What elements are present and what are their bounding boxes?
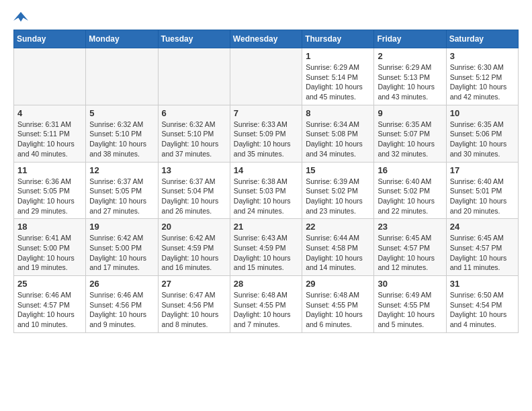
day-info: Sunrise: 6:32 AMSunset: 5:10 PMDaylight:… (162, 120, 226, 159)
day-number: 4 (17, 108, 82, 118)
calendar-cell: 5Sunrise: 6:32 AMSunset: 5:10 PMDaylight… (86, 105, 158, 162)
day-number: 23 (378, 222, 442, 232)
day-number: 10 (450, 108, 515, 118)
calendar-cell: 18Sunrise: 6:41 AMSunset: 5:00 PMDayligh… (14, 219, 86, 276)
week-row-1: 1Sunrise: 6:29 AMSunset: 5:14 PMDaylight… (14, 48, 519, 105)
calendar-cell (86, 48, 158, 105)
day-info: Sunrise: 6:42 AMSunset: 5:00 PMDaylight:… (89, 233, 154, 273)
calendar-cell: 15Sunrise: 6:39 AMSunset: 5:02 PMDayligh… (302, 162, 374, 219)
day-number: 3 (450, 51, 515, 61)
calendar-cell: 8Sunrise: 6:34 AMSunset: 5:08 PMDaylight… (302, 105, 374, 162)
day-number: 30 (378, 279, 442, 289)
svg-marker-0 (13, 12, 28, 22)
day-number: 14 (234, 165, 298, 175)
calendar-table: SundayMondayTuesdayWednesdayThursdayFrid… (13, 30, 519, 333)
day-info: Sunrise: 6:42 AMSunset: 4:59 PMDaylight:… (162, 233, 226, 273)
calendar-cell: 31Sunrise: 6:50 AMSunset: 4:54 PMDayligh… (446, 276, 518, 333)
calendar-cell: 30Sunrise: 6:49 AMSunset: 4:55 PMDayligh… (374, 276, 446, 333)
weekday-header-row: SundayMondayTuesdayWednesdayThursdayFrid… (14, 30, 519, 48)
day-number: 1 (306, 51, 370, 61)
calendar-cell: 11Sunrise: 6:36 AMSunset: 5:05 PMDayligh… (14, 162, 86, 219)
weekday-header-friday: Friday (374, 30, 446, 48)
calendar-cell: 9Sunrise: 6:35 AMSunset: 5:07 PMDaylight… (374, 105, 446, 162)
week-row-2: 4Sunrise: 6:31 AMSunset: 5:11 PMDaylight… (14, 105, 519, 162)
calendar-cell: 26Sunrise: 6:46 AMSunset: 4:56 PMDayligh… (86, 276, 158, 333)
day-info: Sunrise: 6:32 AMSunset: 5:10 PMDaylight:… (89, 120, 154, 159)
calendar-cell: 3Sunrise: 6:30 AMSunset: 5:12 PMDaylight… (446, 48, 518, 105)
calendar-cell: 25Sunrise: 6:46 AMSunset: 4:57 PMDayligh… (14, 276, 86, 333)
calendar-cell: 7Sunrise: 6:33 AMSunset: 5:09 PMDaylight… (230, 105, 302, 162)
calendar-cell: 12Sunrise: 6:37 AMSunset: 5:05 PMDayligh… (86, 162, 158, 219)
day-info: Sunrise: 6:38 AMSunset: 5:03 PMDaylight:… (234, 177, 298, 216)
day-number: 11 (17, 165, 82, 175)
calendar-cell: 16Sunrise: 6:40 AMSunset: 5:02 PMDayligh… (374, 162, 446, 219)
day-number: 2 (378, 51, 442, 61)
week-row-4: 18Sunrise: 6:41 AMSunset: 5:00 PMDayligh… (14, 219, 519, 276)
week-row-5: 25Sunrise: 6:46 AMSunset: 4:57 PMDayligh… (14, 276, 519, 333)
day-number: 27 (162, 279, 226, 289)
weekday-header-sunday: Sunday (14, 30, 86, 48)
day-info: Sunrise: 6:30 AMSunset: 5:12 PMDaylight:… (450, 62, 515, 102)
day-info: Sunrise: 6:36 AMSunset: 5:05 PMDaylight:… (17, 177, 82, 216)
calendar-cell: 28Sunrise: 6:48 AMSunset: 4:55 PMDayligh… (230, 276, 302, 333)
day-info: Sunrise: 6:37 AMSunset: 5:05 PMDaylight:… (89, 177, 154, 216)
calendar-cell: 27Sunrise: 6:47 AMSunset: 4:56 PMDayligh… (158, 276, 230, 333)
logo-bird-icon (13, 11, 28, 23)
day-info: Sunrise: 6:40 AMSunset: 5:01 PMDaylight:… (450, 177, 515, 216)
logo (13, 11, 28, 23)
day-number: 19 (89, 222, 154, 232)
day-info: Sunrise: 6:44 AMSunset: 4:58 PMDaylight:… (306, 233, 370, 273)
day-info: Sunrise: 6:46 AMSunset: 4:56 PMDaylight:… (89, 290, 154, 330)
day-info: Sunrise: 6:29 AMSunset: 5:13 PMDaylight:… (378, 62, 442, 102)
day-number: 21 (234, 222, 298, 232)
page-header (13, 11, 519, 23)
day-info: Sunrise: 6:45 AMSunset: 4:57 PMDaylight:… (378, 233, 442, 273)
day-info: Sunrise: 6:41 AMSunset: 5:00 PMDaylight:… (17, 233, 82, 273)
day-number: 5 (89, 108, 154, 118)
calendar-cell: 2Sunrise: 6:29 AMSunset: 5:13 PMDaylight… (374, 48, 446, 105)
calendar-cell: 20Sunrise: 6:42 AMSunset: 4:59 PMDayligh… (158, 219, 230, 276)
day-number: 26 (89, 279, 154, 289)
weekday-header-saturday: Saturday (446, 30, 518, 48)
calendar-cell: 4Sunrise: 6:31 AMSunset: 5:11 PMDaylight… (14, 105, 86, 162)
day-number: 12 (89, 165, 154, 175)
day-number: 24 (450, 222, 515, 232)
day-info: Sunrise: 6:50 AMSunset: 4:54 PMDaylight:… (450, 290, 515, 330)
day-info: Sunrise: 6:46 AMSunset: 4:57 PMDaylight:… (17, 290, 82, 330)
day-number: 31 (450, 279, 515, 289)
calendar-cell: 21Sunrise: 6:43 AMSunset: 4:59 PMDayligh… (230, 219, 302, 276)
weekday-header-monday: Monday (86, 30, 158, 48)
calendar-cell: 6Sunrise: 6:32 AMSunset: 5:10 PMDaylight… (158, 105, 230, 162)
day-number: 29 (306, 279, 370, 289)
day-number: 28 (234, 279, 298, 289)
day-number: 7 (234, 108, 298, 118)
day-number: 16 (378, 165, 442, 175)
weekday-header-wednesday: Wednesday (230, 30, 302, 48)
weekday-header-thursday: Thursday (302, 30, 374, 48)
day-info: Sunrise: 6:31 AMSunset: 5:11 PMDaylight:… (17, 120, 82, 159)
calendar-cell (230, 48, 302, 105)
day-number: 6 (162, 108, 226, 118)
day-number: 17 (450, 165, 515, 175)
day-number: 20 (162, 222, 226, 232)
calendar-cell (14, 48, 86, 105)
day-number: 9 (378, 108, 442, 118)
day-info: Sunrise: 6:29 AMSunset: 5:14 PMDaylight:… (306, 62, 370, 102)
day-number: 8 (306, 108, 370, 118)
day-number: 25 (17, 279, 82, 289)
day-info: Sunrise: 6:37 AMSunset: 5:04 PMDaylight:… (162, 177, 226, 216)
week-row-3: 11Sunrise: 6:36 AMSunset: 5:05 PMDayligh… (14, 162, 519, 219)
weekday-header-tuesday: Tuesday (158, 30, 230, 48)
day-number: 22 (306, 222, 370, 232)
day-info: Sunrise: 6:34 AMSunset: 5:08 PMDaylight:… (306, 120, 370, 159)
calendar-cell: 19Sunrise: 6:42 AMSunset: 5:00 PMDayligh… (86, 219, 158, 276)
day-number: 15 (306, 165, 370, 175)
day-info: Sunrise: 6:47 AMSunset: 4:56 PMDaylight:… (162, 290, 226, 330)
calendar-cell: 10Sunrise: 6:35 AMSunset: 5:06 PMDayligh… (446, 105, 518, 162)
calendar-cell: 14Sunrise: 6:38 AMSunset: 5:03 PMDayligh… (230, 162, 302, 219)
calendar-cell: 13Sunrise: 6:37 AMSunset: 5:04 PMDayligh… (158, 162, 230, 219)
calendar-cell: 29Sunrise: 6:48 AMSunset: 4:55 PMDayligh… (302, 276, 374, 333)
calendar-cell: 1Sunrise: 6:29 AMSunset: 5:14 PMDaylight… (302, 48, 374, 105)
day-info: Sunrise: 6:39 AMSunset: 5:02 PMDaylight:… (306, 177, 370, 216)
day-info: Sunrise: 6:48 AMSunset: 4:55 PMDaylight:… (234, 290, 298, 330)
